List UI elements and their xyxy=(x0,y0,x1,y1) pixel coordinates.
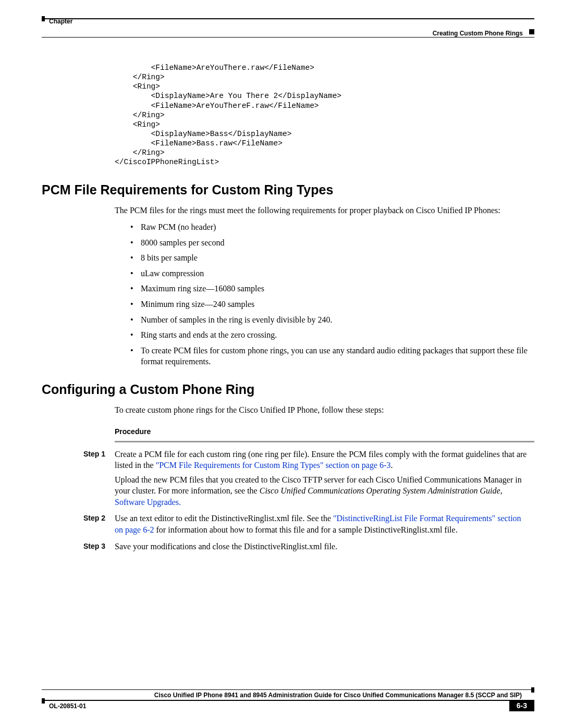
book-title: Cisco Unified Communications Operating S… xyxy=(260,486,503,495)
page-header: Chapter Creating Custom Phone Rings xyxy=(42,18,534,37)
chapter-label: Chapter xyxy=(49,18,72,25)
xml-code-block: <FileName>AreYouThere.raw</FileName> </R… xyxy=(115,63,534,167)
step-body: Create a PCM file for each custom ring (… xyxy=(115,449,534,511)
step-text: Save your modifications and close the Di… xyxy=(115,542,337,551)
cross-ref-link[interactable]: "PCM File Requirements for Custom Ring T… xyxy=(156,461,391,470)
cross-ref-link[interactable]: Software Upgrades. xyxy=(115,498,181,507)
footer-guide-title: Cisco Unified IP Phone 8941 and 8945 Adm… xyxy=(154,692,522,699)
step-text: . xyxy=(390,461,393,470)
requirements-list: Raw PCM (no header) 8000 samples per sec… xyxy=(130,221,534,367)
footer-doc-id: OL-20851-01 xyxy=(49,702,86,710)
list-item: To create PCM files for custom phone rin… xyxy=(130,345,534,367)
step-body: Use an text editor to edit the Distincti… xyxy=(115,513,534,538)
config-intro: To create custom phone rings for the Cis… xyxy=(115,404,534,416)
list-item: Maximum ring size—16080 samples xyxy=(130,283,534,294)
list-item: 8000 samples per second xyxy=(130,237,534,249)
page-number: 6-3 xyxy=(509,700,534,711)
list-item: Ring starts and ends at the zero crossin… xyxy=(130,329,534,341)
procedure-label: Procedure xyxy=(115,427,534,436)
section-heading-pcm: PCM File Requirements for Custom Ring Ty… xyxy=(42,182,534,198)
list-item: 8 bits per sample xyxy=(130,252,534,264)
list-item: Minimum ring size—240 samples xyxy=(130,299,534,310)
section-heading-config: Configuring a Custom Phone Ring xyxy=(42,382,534,397)
step-body: Save your modifications and close the Di… xyxy=(115,541,534,556)
step-text: Use an text editor to edit the Distincti… xyxy=(115,514,333,523)
step-row: Step 3 Save your modifications and close… xyxy=(42,541,534,556)
step-text: for information about how to format this… xyxy=(154,525,458,534)
page-footer: Cisco Unified IP Phone 8941 and 8945 Adm… xyxy=(42,689,534,712)
procedure-rule xyxy=(115,441,534,442)
list-item: uLaw compression xyxy=(130,268,534,279)
subheader-text: Creating Custom Phone Rings xyxy=(433,30,523,37)
step-row: Step 1 Create a PCM file for each custom… xyxy=(42,449,534,511)
pcm-intro: The PCM files for the rings must meet th… xyxy=(115,205,534,216)
list-item: Number of samples in the ring is evenly … xyxy=(130,314,534,326)
step-label: Step 3 xyxy=(42,541,115,556)
step-label: Step 2 xyxy=(42,513,115,538)
step-row: Step 2 Use an text editor to edit the Di… xyxy=(42,513,534,538)
list-item: Raw PCM (no header) xyxy=(130,221,534,233)
step-label: Step 1 xyxy=(42,449,115,511)
